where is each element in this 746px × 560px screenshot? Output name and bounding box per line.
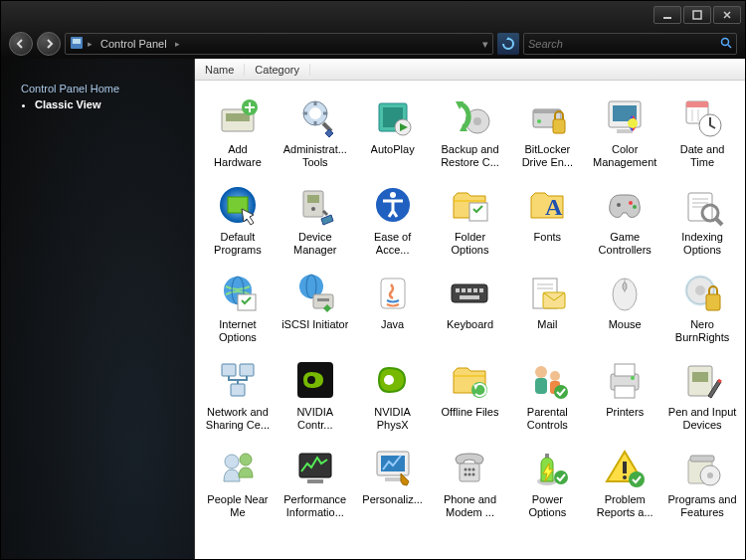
parental-controls-icon [523,356,571,404]
dropdown-icon[interactable]: ▾ [482,38,488,51]
forward-button[interactable] [37,32,61,56]
item-label: Internet Options [203,318,273,344]
svg-rect-97 [381,456,405,471]
item-nero[interactable]: Nero BurnRights [663,264,741,349]
printers-icon [601,356,649,404]
item-folder-options[interactable]: Folder Options [432,176,509,262]
item-power-options[interactable]: Power Options [508,439,586,524]
item-people-near-me[interactable]: People Near Me [199,439,277,524]
item-autoplay[interactable]: AutoPlay [354,89,432,174]
item-backup-restore[interactable]: Backup and Restore C... [432,89,509,174]
item-label: Programs and Features [667,493,737,519]
item-pen-input[interactable]: Pen and Input Devices [663,351,741,437]
column-name[interactable]: Name [195,64,245,76]
svg-rect-94 [299,454,331,477]
svg-rect-7 [226,113,250,121]
item-nvidia-physx[interactable]: NVIDIA PhysX [354,351,432,437]
titlebar [1,1,745,29]
svg-rect-74 [222,364,236,376]
item-printers[interactable]: Printers [586,351,663,437]
item-label: Keyboard [447,318,493,331]
column-category[interactable]: Category [245,64,310,76]
item-label: Network and Sharing Ce... [203,406,273,432]
item-performance-info[interactable]: Performance Informatio... [277,439,354,524]
svg-point-78 [307,376,315,384]
search-box[interactable] [523,33,737,55]
svg-rect-57 [456,288,460,292]
item-label: NVIDIA PhysX [358,406,428,432]
item-add-hardware[interactable]: Add Hardware [199,89,277,174]
item-mouse[interactable]: Mouse [586,264,663,349]
sidebar: Control Panel Home Classic View [1,59,194,559]
item-admin-tools[interactable]: Administrat... Tools [277,89,354,174]
item-parental-controls[interactable]: Parental Controls [508,351,586,437]
search-input[interactable] [528,38,720,50]
item-programs-features[interactable]: Programs and Features [663,439,741,524]
item-date-time[interactable]: Date and Time [663,89,741,174]
svg-rect-37 [469,203,487,221]
svg-point-111 [629,471,645,487]
svg-point-71 [695,285,705,295]
item-device-manager[interactable]: Device Manager [277,176,354,262]
svg-rect-58 [462,288,466,292]
svg-point-41 [633,205,637,209]
minimize-button[interactable] [653,6,681,24]
svg-rect-87 [615,364,635,376]
item-label: Add Hardware [203,143,273,169]
svg-line-47 [716,219,722,225]
item-nvidia-control[interactable]: NVIDIA Contr... [277,351,354,437]
svg-rect-75 [240,364,254,376]
item-indexing-options[interactable]: Indexing Options [663,176,741,262]
item-ease-of-access[interactable]: Ease of Acce... [354,176,432,262]
sidebar-classic-view[interactable]: Classic View [35,98,194,110]
svg-rect-56 [452,284,487,302]
svg-point-93 [240,454,252,466]
refresh-button[interactable] [497,33,519,55]
item-bitlocker[interactable]: BitLocker Drive En... [508,89,586,174]
item-label: Problem Reports a... [590,493,659,519]
svg-point-102 [472,468,475,471]
item-offline-files[interactable]: Offline Files [432,351,509,437]
item-label: Java [381,318,404,331]
address-bar[interactable]: ▸ Control Panel ▸ ▾ [65,33,493,55]
item-label: Printers [606,406,644,419]
svg-point-104 [468,473,471,476]
color-management-icon [601,93,649,141]
item-game-controllers[interactable]: Game Controllers [586,176,663,262]
item-iscsi[interactable]: iSCSI Initiator [277,264,354,349]
item-phone-modem[interactable]: Phone and Modem ... [432,439,509,524]
sidebar-home-link[interactable]: Control Panel Home [21,79,194,98]
item-network-sharing[interactable]: Network and Sharing Ce... [199,351,277,437]
ease-of-access-icon [369,181,417,229]
nvidia-control-icon [291,356,339,404]
item-default-programs[interactable]: Default Programs [199,176,277,262]
item-keyboard[interactable]: Keyboard [432,264,509,349]
back-button[interactable] [9,32,33,56]
item-problem-reports[interactable]: Problem Reports a... [586,439,663,524]
svg-point-103 [465,473,467,476]
item-label: Folder Options [435,231,504,257]
svg-rect-76 [231,384,245,396]
mail-icon [523,269,571,316]
item-fonts[interactable]: AFonts [508,176,586,262]
svg-rect-88 [615,386,635,398]
folder-options-icon [446,181,493,229]
search-icon[interactable] [720,37,732,51]
svg-point-92 [225,455,239,468]
item-personalization[interactable]: Personaliz... [354,439,432,524]
device-manager-icon [291,181,339,229]
svg-point-100 [465,468,467,471]
item-label: Mouse [609,318,642,331]
maximize-button[interactable] [683,6,711,24]
breadcrumb-control-panel[interactable]: Control Panel [96,38,171,50]
svg-rect-82 [535,378,547,394]
close-button[interactable] [713,6,741,24]
item-label: Backup and Restore C... [435,143,504,169]
item-color-management[interactable]: Color Management [586,89,663,174]
item-java[interactable]: Java [354,264,432,349]
iscsi-icon [291,269,339,316]
backup-restore-icon [446,93,493,141]
item-internet-options[interactable]: Internet Options [199,264,277,349]
item-mail[interactable]: Mail [508,264,586,349]
add-hardware-icon [214,93,262,141]
